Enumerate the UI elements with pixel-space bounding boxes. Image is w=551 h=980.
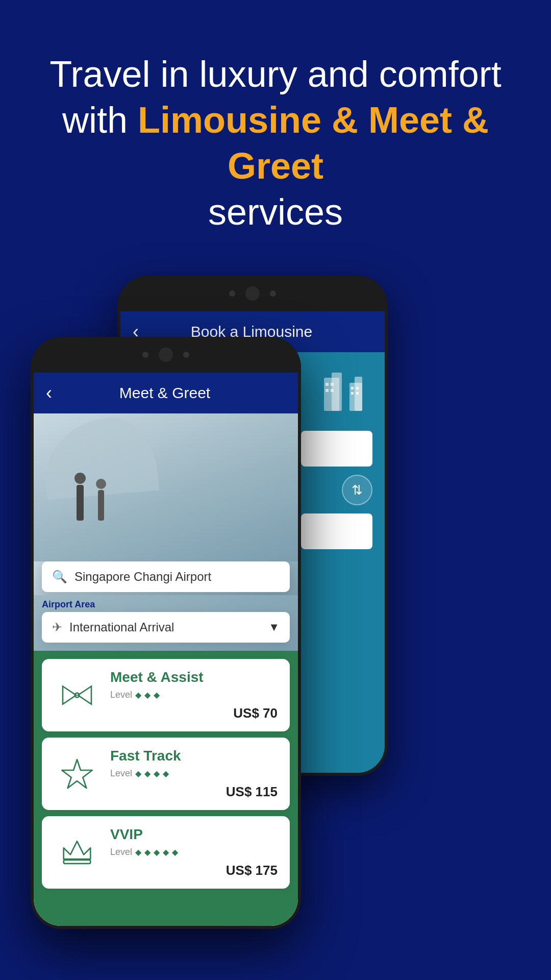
fast-track-price: US$ 115 <box>110 784 278 800</box>
meet-assist-level-label: Level <box>110 690 132 700</box>
fast-track-level-label: Level <box>110 768 132 779</box>
bow-tie-icon <box>54 672 100 718</box>
phone-front-notch <box>31 337 301 373</box>
vv-diamond-1: ◆ <box>135 847 141 857</box>
figure-1 <box>74 473 86 521</box>
fast-track-name: Fast Track <box>110 748 278 764</box>
svg-rect-9 <box>356 387 359 389</box>
vvip-card[interactable]: VVIP Level ◆ ◆ ◆ ◆ ◆ US$ 175 <box>42 816 290 889</box>
phone-back-notch <box>117 276 388 311</box>
fast-track-card[interactable]: Fast Track Level ◆ ◆ ◆ ◆ US$ 115 <box>42 738 290 810</box>
figure-2 <box>96 479 106 521</box>
svg-rect-4 <box>325 383 329 386</box>
meet-assist-card[interactable]: Meet & Assist Level ◆ ◆ ◆ US$ 70 <box>42 659 290 731</box>
meet-assist-level: Level ◆ ◆ ◆ <box>110 690 278 700</box>
svg-rect-11 <box>356 392 359 395</box>
svg-rect-5 <box>331 383 334 386</box>
front-notch-circle <box>159 348 173 362</box>
fast-track-level: Level ◆ ◆ ◆ ◆ <box>110 768 278 779</box>
svg-rect-7 <box>331 389 334 392</box>
vvip-level: Level ◆ ◆ ◆ ◆ ◆ <box>110 847 278 857</box>
star-icon <box>54 751 100 797</box>
front-notch-dot-1 <box>142 352 148 358</box>
swap-button[interactable]: ⇅ <box>342 475 372 505</box>
ft-diamond-1: ◆ <box>135 769 141 778</box>
hero-highlight: Limousine & Meet & Greet <box>138 100 489 186</box>
vvip-info: VVIP Level ◆ ◆ ◆ ◆ ◆ US$ 175 <box>110 826 278 878</box>
fast-track-info: Fast Track Level ◆ ◆ ◆ ◆ US$ 115 <box>110 748 278 800</box>
svg-rect-6 <box>325 389 329 392</box>
crown-icon <box>54 829 100 875</box>
search-icon: 🔍 <box>52 570 67 584</box>
diamond-3: ◆ <box>154 690 160 700</box>
greet-header: ‹ Meet & Greet <box>34 373 298 413</box>
limo-from-input[interactable] <box>301 431 372 467</box>
greet-screen: ‹ Meet & Greet <box>34 373 298 926</box>
meet-assist-info: Meet & Assist Level ◆ ◆ ◆ US$ 70 <box>110 669 278 721</box>
diamond-1: ◆ <box>135 690 141 700</box>
notch-dot-2 <box>270 290 276 297</box>
hero-line3: services <box>208 191 343 232</box>
arrival-value: International Arrival <box>69 620 261 634</box>
greet-hero-image <box>34 413 298 561</box>
arrival-dropdown[interactable]: ✈ International Arrival ▼ <box>42 612 290 643</box>
figure-group <box>74 473 106 521</box>
hero-section: Travel in luxury and comfort with Limous… <box>0 0 551 265</box>
airport-zone: Airport Area ✈ International Arrival ▼ <box>34 595 298 651</box>
phone-stack: ‹ Book a Limousine <box>0 276 551 939</box>
hero-line2-plain: with <box>62 100 138 140</box>
notch-dot-1 <box>229 290 235 297</box>
svg-marker-13 <box>62 760 92 788</box>
vv-diamond-4: ◆ <box>163 847 169 857</box>
hero-line1: Travel in luxury and comfort <box>49 54 502 94</box>
screen-content: ‹ Meet & Greet <box>34 373 298 926</box>
ft-diamond-3: ◆ <box>154 769 160 778</box>
svg-rect-14 <box>64 860 91 864</box>
search-box[interactable]: 🔍 Singapore Changi Airport <box>42 561 290 592</box>
notch-circle <box>245 286 260 301</box>
front-notch-dot-2 <box>183 352 189 358</box>
vv-diamond-3: ◆ <box>154 847 160 857</box>
search-zone: 🔍 Singapore Changi Airport <box>34 561 298 595</box>
ft-diamond-4: ◆ <box>163 769 169 778</box>
meet-assist-price: US$ 70 <box>110 705 278 721</box>
hero-text: Travel in luxury and comfort with Limous… <box>31 51 520 235</box>
vv-diamond-5: ◆ <box>172 847 178 857</box>
svg-rect-8 <box>351 387 354 389</box>
svg-rect-10 <box>351 392 354 395</box>
vvip-level-label: Level <box>110 847 132 857</box>
ft-diamond-2: ◆ <box>144 769 151 778</box>
hero-search-zone: 🔍 Singapore Changi Airport Airport Area … <box>34 413 298 651</box>
vvip-price: US$ 175 <box>110 863 278 878</box>
building-icon <box>321 368 372 421</box>
search-value: Singapore Changi Airport <box>74 570 211 584</box>
vv-diamond-2: ◆ <box>144 847 151 857</box>
greet-back-button[interactable]: ‹ <box>46 382 52 404</box>
services-list: Meet & Assist Level ◆ ◆ ◆ US$ 70 <box>34 651 298 926</box>
plane-land-icon: ✈ <box>52 620 62 634</box>
vvip-name: VVIP <box>110 826 278 843</box>
phone-front: ‹ Meet & Greet <box>31 337 301 929</box>
diamond-2: ◆ <box>144 690 151 700</box>
greet-title: Meet & Greet <box>62 384 286 402</box>
meet-assist-name: Meet & Assist <box>110 669 278 685</box>
dropdown-chevron-icon: ▼ <box>268 621 280 634</box>
limo-to-input[interactable] <box>301 513 372 549</box>
airport-label: Airport Area <box>42 595 290 612</box>
